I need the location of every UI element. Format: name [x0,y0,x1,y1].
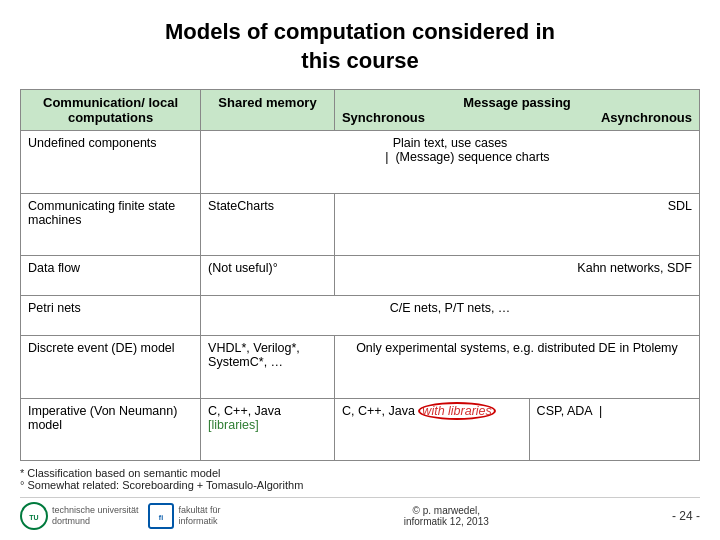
slide-container: Models of computation considered in this… [0,0,720,540]
cell-petri-span: C/E nets, P/T nets, … [201,296,700,336]
cell-comm-fsm: Communicating finite state machines [21,193,201,255]
slide-title: Models of computation considered in this… [20,18,700,75]
copyright-text: © p. marwedel, informatik 12, 2013 [404,505,489,527]
tu-logo-text: technische universität dortmund [52,505,139,527]
table-row: Petri nets C/E nets, P/T nets, … [21,296,700,336]
cell-c-libraries: C, C++, Java [libraries] [201,398,335,460]
table-row: Undefined components Plain text, use cas… [21,131,700,193]
table-row: Data flow (Not useful)° Kahn networks, S… [21,256,700,296]
cell-not-useful: (Not useful)° [201,256,335,296]
cell-statecharts: StateCharts [201,193,335,255]
main-table: Communication/ local computations Shared… [20,89,700,461]
cell-csp: CSP, ADA | [529,398,699,460]
cell-sdl: SDL [334,193,699,255]
header-shared-memory: Shared memory [201,90,335,131]
cell-von-neumann: Imperative (Von Neumann) model [21,398,201,460]
footnote-1: * Classification based on semantic model [20,467,700,479]
bottom-bar: TU technische universität dortmund fi fa… [20,497,700,530]
footnote-area: * Classification based on semantic model… [20,467,700,491]
page-number: - 24 - [672,509,700,523]
footnote-2: ° Somewhat related: Scoreboarding + Toma… [20,479,700,491]
header-message-passing: Message passing Synchronous Asynchronous [334,90,699,131]
cell-undefined-span: Plain text, use cases | (Message) sequen… [201,131,700,193]
logos-area: TU technische universität dortmund fi fa… [20,502,221,530]
cell-vhdl: VHDL*, Verilog*, SystemC*, … [201,336,335,398]
header-synchronous: Synchronous [342,110,425,125]
svg-text:fi: fi [158,514,162,521]
cell-de-span: Only experimental systems, e.g. distribu… [334,336,699,398]
cell-data-flow: Data flow [21,256,201,296]
cell-petri-nets: Petri nets [21,296,201,336]
cell-kahn: Kahn networks, SDF [334,256,699,296]
table-row: Discrete event (DE) model VHDL*, Verilog… [21,336,700,398]
fi-logo-icon: fi [147,502,175,530]
cell-undefined-components: Undefined components [21,131,201,193]
svg-text:TU: TU [29,514,38,521]
tu-logo-icon: TU [20,502,48,530]
table-row: Communicating finite state machines Stat… [21,193,700,255]
header-communication: Communication/ local computations [21,90,201,131]
table-row: Imperative (Von Neumann) model C, C++, J… [21,398,700,460]
cell-c-with-libraries: C, C++, Java with libraries [334,398,529,460]
cell-de-model: Discrete event (DE) model [21,336,201,398]
fi-logo-text: fakultät für informatik [179,505,221,527]
header-asynchronous: Asynchronous [601,110,692,125]
